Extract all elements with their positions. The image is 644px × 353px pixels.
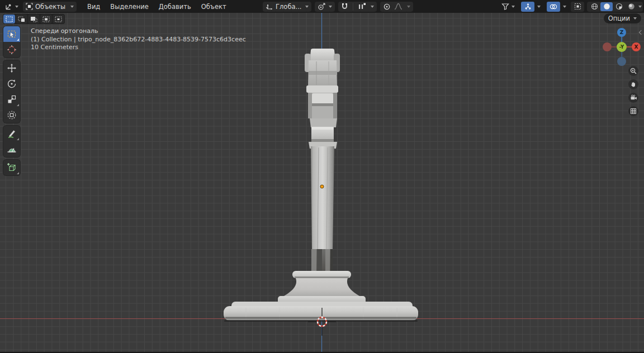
chevron-left-icon (639, 30, 643, 35)
editor-type-button[interactable] (2, 2, 20, 12)
tool-annotate[interactable] (3, 126, 20, 141)
editor-3d-viewport-icon (4, 3, 13, 11)
select-mode-intersect[interactable] (53, 15, 64, 23)
shading-rendered-button[interactable] (625, 2, 637, 11)
camera-view-button[interactable] (628, 93, 638, 103)
scale-icon (7, 94, 17, 104)
toggle-xray-button[interactable] (571, 2, 584, 12)
chevron-down-icon[interactable] (537, 6, 541, 8)
tool-cursor[interactable] (3, 42, 20, 58)
show-gizmo-toggle[interactable] (521, 2, 534, 12)
solid-shading-icon (603, 3, 610, 10)
menu-add[interactable]: Добавить (154, 0, 196, 13)
hand-icon (630, 81, 637, 88)
snap-increments-icon[interactable] (358, 3, 366, 10)
zoom-button[interactable] (628, 66, 638, 76)
shading-mode-group (587, 2, 643, 12)
proportional-editing-group (380, 2, 413, 12)
magnifier-plus-icon (630, 68, 637, 74)
mode-selector-dropdown[interactable]: Объекты (23, 2, 77, 12)
select-mode-invert[interactable] (40, 15, 52, 23)
rotate-icon (7, 79, 17, 89)
pivot-point-icon (318, 3, 325, 11)
gizmo-axis-negz-ball[interactable] (617, 57, 626, 66)
tool-scale[interactable] (3, 92, 20, 107)
annotate-pencil-icon (7, 128, 17, 139)
chevron-down-icon[interactable] (638, 6, 642, 8)
filter-funnel-icon (501, 3, 509, 10)
falloff-curve-icon (394, 3, 402, 10)
tool-measure[interactable] (3, 141, 20, 157)
move-icon (7, 63, 17, 73)
chevron-down-icon (70, 6, 74, 8)
show-gizmo-group (519, 2, 542, 12)
viewport-header: Объекты Вид Выделение Добавить Объект Гл… (0, 0, 644, 13)
chevron-down-icon (512, 6, 515, 8)
menu-select[interactable]: Выделение (105, 0, 154, 13)
menu-view[interactable]: Вид (82, 0, 105, 13)
measure-icon (7, 144, 17, 154)
select-mode-extend[interactable] (16, 15, 27, 23)
show-overlays-group (545, 2, 568, 12)
show-overlays-toggle[interactable] (547, 2, 560, 12)
divider (353, 3, 353, 11)
chevron-down-icon (329, 6, 332, 8)
mode-selector-label: Объекты (35, 3, 67, 11)
gizmo-icon (524, 3, 532, 10)
material-preview-icon (615, 3, 623, 10)
magnet-icon[interactable] (341, 3, 348, 11)
transform-icon (7, 110, 17, 120)
select-box-icon (7, 29, 17, 39)
axis-navigation-gizmo[interactable]: Z X -Y (600, 26, 643, 68)
transform-orientation-label: Глоба... (276, 3, 302, 11)
camera-icon (630, 94, 637, 101)
view-name-label: Спереди ортогональ (31, 27, 246, 36)
active-object-label: (1) Collection | tripo_node_8362b672-488… (31, 36, 246, 44)
viewport-nav-buttons (628, 66, 638, 116)
pan-button[interactable] (628, 79, 638, 89)
gizmo-axis-x-label: X (634, 44, 638, 50)
tool-rotate[interactable] (3, 76, 20, 92)
chevron-down-icon (15, 6, 18, 8)
gizmo-axis-y-label: -Y (619, 44, 624, 50)
tool-add-cube[interactable] (3, 160, 20, 175)
tool-select-box[interactable] (3, 26, 20, 42)
object-mode-icon (26, 3, 33, 10)
toggle-projection-button[interactable] (628, 106, 638, 116)
sidebar-toggle-arrow[interactable] (639, 29, 643, 36)
chevron-down-icon (633, 17, 637, 20)
cursor-3d-icon (7, 45, 17, 55)
gizmo-axis-z-label: Z (620, 30, 624, 35)
tool-move[interactable] (3, 60, 20, 76)
chevron-down-icon (407, 6, 410, 8)
shading-wireframe-button[interactable] (588, 2, 600, 11)
menu-bar: Вид Выделение Добавить Объект (82, 0, 231, 13)
wireframe-icon (591, 3, 598, 10)
transform-orientation-dropdown[interactable]: Глоба... (263, 2, 311, 12)
pivot-point-dropdown[interactable] (315, 2, 335, 12)
chevron-down-icon (305, 6, 309, 8)
xray-icon (574, 3, 581, 10)
viewport-text-overlay: Спереди ортогональ (1) Collection | trip… (31, 27, 246, 52)
select-mode-group (3, 14, 65, 24)
orientation-axes-icon (266, 3, 273, 10)
gizmo-axis-negx-ball[interactable] (603, 42, 612, 51)
options-dropdown[interactable]: Опции (604, 13, 641, 23)
add-cube-icon (7, 163, 17, 173)
filter-objects-dropdown[interactable] (500, 2, 517, 12)
object-origin-dot[interactable] (320, 185, 324, 188)
chevron-down-icon[interactable] (371, 6, 374, 8)
tool-transform[interactable] (3, 107, 20, 123)
shading-material-button[interactable] (613, 2, 625, 11)
grid-scale-label: 10 Centimeters (31, 44, 246, 52)
ortho-grid-icon (630, 108, 637, 115)
shading-solid-button[interactable] (600, 2, 613, 11)
chevron-down-icon[interactable] (563, 6, 566, 8)
proportional-circle-icon[interactable] (383, 3, 391, 11)
snapping-group (338, 2, 377, 12)
viewport-canvas[interactable] (0, 13, 644, 352)
select-mode-set[interactable] (3, 15, 15, 23)
select-mode-subtract[interactable] (28, 15, 40, 23)
options-label: Опции (608, 15, 630, 22)
menu-object[interactable]: Объект (196, 0, 231, 13)
